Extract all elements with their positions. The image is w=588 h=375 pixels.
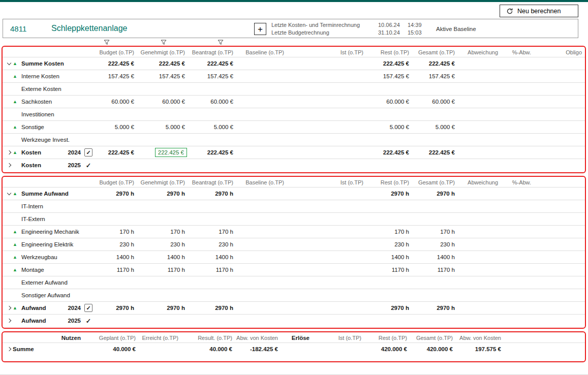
status-up-icon: ▲ bbox=[13, 242, 21, 247]
row-label: Externer Aufwand bbox=[21, 279, 68, 286]
info-time: 15:03 bbox=[408, 29, 429, 37]
expand-chevron-icon[interactable] bbox=[6, 60, 13, 67]
toolbar: Neu berechnen bbox=[0, 2, 588, 19]
value-cell: 230 h bbox=[97, 241, 137, 247]
expand-chevron-icon[interactable] bbox=[6, 162, 13, 169]
table-header-row: Budget (o.TP)Genehmigt (o.TP)Beantragt (… bbox=[3, 177, 585, 187]
table-row[interactable]: ▲Werkzeugbau1400 h1400 h1400 h1400 h1400… bbox=[3, 251, 585, 263]
calculation-info-row: Letzte Kosten- und Terminrechnung 10.06.… bbox=[271, 21, 429, 29]
value-cell: 2970 h bbox=[97, 305, 137, 311]
value-cell: 60.000 € bbox=[366, 99, 412, 105]
column-header: Beantragt (o.TP) bbox=[188, 179, 236, 185]
row-label: IT-Extern bbox=[21, 216, 45, 222]
value-cell: 420.000 € bbox=[364, 346, 410, 352]
value-cell: 1170 h bbox=[412, 267, 458, 273]
info-time: 14:39 bbox=[408, 21, 429, 29]
value-cell: 2970 h bbox=[412, 305, 458, 311]
table-row[interactable]: ▲Aufwand2024✓2970 h2970 h2970 h2970 h297… bbox=[3, 301, 585, 314]
row-label-cell: Externer Aufwand bbox=[3, 276, 97, 289]
column-header: Abw. von Kosten bbox=[235, 335, 281, 341]
table-row[interactable]: ▲Montage1170 h1170 h1170 h1170 h1170 h bbox=[3, 263, 585, 276]
table-row[interactable]: ▲Engineering Mechanik170 h170 h170 h170 … bbox=[3, 225, 585, 238]
value-cell: 222.425 € bbox=[366, 149, 412, 155]
calculation-info-row: Letzte Budgetrechnung 31.10.24 15:03 bbox=[271, 29, 429, 37]
value-cell: 2970 h bbox=[366, 305, 412, 311]
table-row[interactable]: Externer Aufwand bbox=[3, 276, 585, 289]
row-label: Montage bbox=[21, 267, 44, 273]
table-row[interactable]: Summe40.000 €40.000 €-182.425 €420.000 €… bbox=[3, 342, 585, 355]
table-row[interactable]: ▲Engineering Elektrik230 h230 h230 h230 … bbox=[3, 238, 585, 251]
column-header: Ist (o.TP) bbox=[321, 49, 366, 55]
column-header: Baseline (o.TP) bbox=[236, 49, 287, 55]
editable-value-cell[interactable]: 222.425 € bbox=[155, 148, 187, 157]
table-header-row: NutzenGeplant (o.TP)Erreicht (o.TP)Resul… bbox=[3, 333, 585, 342]
value-cell: 60.000 € bbox=[412, 99, 458, 105]
value-cell: 1400 h bbox=[137, 254, 188, 260]
value-cell: 1400 h bbox=[366, 254, 412, 260]
table-row[interactable]: ▲Summe Aufwand2970 h2970 h2970 h2970 h29… bbox=[3, 187, 585, 200]
row-label: Externe Kosten bbox=[21, 86, 61, 92]
row-label: Summe bbox=[13, 346, 34, 352]
value-cell: 222.425 € bbox=[188, 60, 236, 67]
column-header: %-Abw. bbox=[501, 49, 534, 55]
value-cell: 2970 h bbox=[137, 191, 188, 197]
project-title: Schleppkettenanlage bbox=[51, 24, 127, 33]
column-header: Genehmigt (o.TP) bbox=[137, 49, 188, 55]
filter-icon[interactable] bbox=[161, 40, 167, 45]
value-cell: 420.000 € bbox=[410, 346, 456, 352]
value-cell: 40.000 € bbox=[181, 346, 235, 352]
value-cell: 60.000 € bbox=[137, 99, 188, 105]
row-label-cell: ▲Engineering Mechanik bbox=[3, 226, 97, 238]
table-row[interactable]: Sonstiger Aufwand bbox=[3, 289, 585, 301]
row-label-cell: Investitionen bbox=[3, 108, 97, 120]
table-row[interactable]: ▲Interne Kosten157.425 €157.425 €157.425… bbox=[3, 70, 585, 82]
value-cell: 230 h bbox=[412, 241, 458, 247]
value-cell: 1170 h bbox=[188, 267, 236, 273]
column-header: Beantragt (o.TP) bbox=[188, 49, 236, 55]
expand-chevron-icon[interactable] bbox=[6, 190, 13, 197]
table-row[interactable]: IT-Intern bbox=[3, 200, 585, 212]
include-checkbox[interactable]: ✓ bbox=[84, 304, 92, 312]
value-cell: 5.000 € bbox=[366, 124, 412, 130]
active-baseline-label: Aktive Baseline bbox=[436, 26, 476, 32]
table-row[interactable]: Aufwand2025✓ bbox=[3, 314, 585, 327]
table-row[interactable]: IT-Extern bbox=[3, 212, 585, 225]
table-row[interactable]: ▲Kosten2024✓222.425 €222.425 €222.425 €2… bbox=[3, 146, 585, 159]
expand-chevron-icon[interactable] bbox=[6, 346, 13, 353]
info-label: Letzte Kosten- und Terminrechnung bbox=[271, 21, 378, 29]
table-row[interactable]: Externe Kosten bbox=[3, 82, 585, 95]
table-row[interactable]: Kosten2025✓ bbox=[3, 159, 585, 171]
expand-chevron-icon[interactable] bbox=[6, 304, 13, 311]
value-cell: 222.425 € bbox=[366, 60, 412, 67]
recalculate-button[interactable]: Neu berechnen bbox=[500, 5, 578, 17]
table-row[interactable]: ▲Summe Kosten222.425 €222.425 €222.425 €… bbox=[3, 57, 585, 70]
filter-icon[interactable] bbox=[104, 40, 110, 45]
value-cell: 1400 h bbox=[97, 254, 137, 260]
include-check-icon[interactable]: ✓ bbox=[84, 317, 92, 325]
value-cell: 170 h bbox=[412, 229, 458, 235]
status-up-icon: ▲ bbox=[13, 192, 21, 196]
filter-icon[interactable] bbox=[218, 40, 224, 45]
row-label-cell: ▲Montage bbox=[3, 264, 97, 276]
value-cell: 60.000 € bbox=[97, 99, 137, 105]
table-row[interactable]: Werkzeuge Invest. bbox=[3, 133, 585, 146]
row-label-cell: ▲Sonstige bbox=[3, 121, 97, 133]
value-cell: -182.425 € bbox=[235, 346, 281, 352]
column-header-spacer bbox=[3, 177, 97, 187]
include-checkbox[interactable]: ✓ bbox=[84, 148, 92, 157]
expand-chevron-icon[interactable] bbox=[6, 317, 13, 324]
value-cell: 170 h bbox=[188, 229, 236, 235]
expand-chevron-icon[interactable] bbox=[6, 149, 13, 156]
column-header: %-Abw. bbox=[501, 179, 534, 185]
value-cell: 170 h bbox=[366, 229, 412, 235]
table-row[interactable]: ▲Sachkosten60.000 €60.000 €60.000 €60.00… bbox=[3, 95, 585, 108]
value-cell: 2970 h bbox=[97, 191, 137, 197]
row-label: Werkzeugbau bbox=[21, 254, 57, 260]
value-cell: 157.425 € bbox=[97, 73, 137, 79]
value-cell: 197.575 € bbox=[456, 346, 504, 352]
table-row[interactable]: Investitionen bbox=[3, 108, 585, 120]
include-check-icon[interactable]: ✓ bbox=[84, 162, 92, 169]
expand-all-button[interactable]: + bbox=[254, 23, 266, 35]
project-number: 4811 bbox=[10, 24, 26, 33]
table-row[interactable]: ▲Sonstige5.000 €5.000 €5.000 €5.000 €5.0… bbox=[3, 120, 585, 133]
